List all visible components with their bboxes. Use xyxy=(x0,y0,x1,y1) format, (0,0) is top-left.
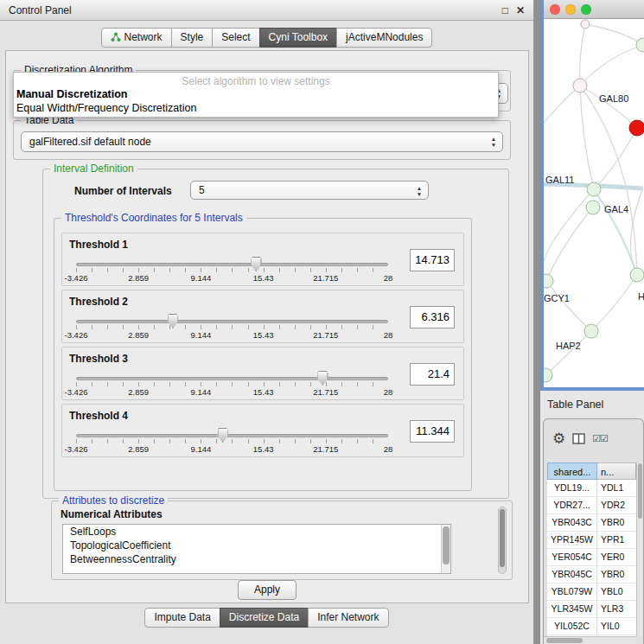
threshold-slider[interactable]: -3.426 2.859 9.144 15.43 21.715 28 xyxy=(76,377,388,397)
table-row[interactable]: YBL079WYBL0 xyxy=(547,583,636,601)
group-title: Attributes to discretize xyxy=(59,494,168,507)
network-node[interactable] xyxy=(581,20,590,29)
tab-select[interactable]: Select xyxy=(212,28,259,48)
cyni-bottom-tabbar: Impute Data Discretize Data Infer Networ… xyxy=(0,608,533,628)
minimize-traffic-light-icon[interactable] xyxy=(565,4,576,15)
node-label: GAL4 xyxy=(604,204,628,214)
slider-track[interactable] xyxy=(76,263,388,266)
slider-track[interactable] xyxy=(76,377,388,380)
column-header-shared-name[interactable]: shared... xyxy=(547,462,597,480)
list-item[interactable]: SelfLoops xyxy=(63,525,450,539)
spinner-down-icon[interactable]: ▼ xyxy=(415,191,424,197)
number-of-intervals-label: Number of Intervals xyxy=(74,185,172,197)
table-horizontal-scrollbar[interactable] xyxy=(544,636,636,644)
network-canvas[interactable]: GAL80GAL11GAL4GCY1HAP2H xyxy=(544,19,644,387)
table-columns-icon[interactable] xyxy=(572,433,585,444)
apply-button[interactable]: Apply xyxy=(238,580,296,600)
network-edge xyxy=(580,24,585,86)
cell[interactable]: YBR043C xyxy=(547,514,597,531)
table-row[interactable]: YER054CYER0 xyxy=(547,549,636,566)
cell[interactable]: YER054C xyxy=(547,549,597,565)
gear-icon[interactable]: ⚙ xyxy=(552,431,565,446)
tab-impute-data[interactable]: Impute Data xyxy=(144,608,220,628)
network-node[interactable] xyxy=(630,268,644,282)
scrollbar-thumb[interactable] xyxy=(443,526,450,564)
network-node[interactable] xyxy=(584,324,598,338)
tab-style[interactable]: Style xyxy=(171,28,214,48)
spinner-up-icon[interactable]: ▲ xyxy=(415,185,424,191)
zoom-traffic-light-icon[interactable] xyxy=(581,4,591,15)
cell[interactable]: YBR045C xyxy=(547,566,597,583)
float-window-icon[interactable]: □ xyxy=(502,4,508,16)
threshold-slider[interactable]: -3.426 2.859 9.144 15.43 21.715 28 xyxy=(76,263,388,283)
network-node[interactable] xyxy=(636,38,644,52)
network-node[interactable] xyxy=(573,79,587,92)
threshold-slider[interactable]: -3.426 2.859 9.144 15.43 21.715 28 xyxy=(76,434,388,454)
table-row[interactable]: YIL052CYIL0 xyxy=(547,618,636,635)
slider-track[interactable] xyxy=(76,434,388,437)
spinner-down-icon[interactable]: ▼ xyxy=(489,142,498,148)
threshold-value-field[interactable]: 14.713 xyxy=(410,249,455,271)
attributes-group-scrollbar[interactable] xyxy=(498,507,507,574)
network-node[interactable] xyxy=(587,182,601,196)
table-vertical-scrollbar[interactable] xyxy=(636,462,643,636)
table-row[interactable]: YLR345WYLR3 xyxy=(547,601,636,618)
cell[interactable]: YER0 xyxy=(597,549,636,565)
attributes-list-scrollbar[interactable] xyxy=(441,525,450,573)
cell[interactable]: YPR1 xyxy=(597,532,636,548)
threshold-row: Threshold 3 -3.426 2.859 9.144 15.43 21.… xyxy=(61,347,464,400)
table-row[interactable]: YPR145WYPR1 xyxy=(547,532,636,549)
table-row[interactable]: YBR043CYBR0 xyxy=(547,514,636,532)
threshold-slider[interactable]: -3.426 2.859 9.144 15.43 21.715 28 xyxy=(76,320,388,340)
scrollbar-thumb[interactable] xyxy=(546,638,583,643)
slider-track[interactable] xyxy=(76,320,388,323)
scrollbar-thumb[interactable] xyxy=(500,509,505,567)
tab-discretize-data[interactable]: Discretize Data xyxy=(220,608,309,628)
network-node[interactable] xyxy=(544,274,553,288)
tab-jactivemnodules[interactable]: jActiveMNodules xyxy=(336,28,432,48)
cell[interactable]: YBL0 xyxy=(597,583,636,600)
cell[interactable]: YDR2 xyxy=(597,497,636,513)
cell[interactable]: YLR3 xyxy=(597,601,636,617)
scrollbar-thumb[interactable] xyxy=(638,463,642,519)
cell[interactable]: YBR0 xyxy=(597,566,636,583)
cell[interactable]: YPR145W xyxy=(547,532,597,548)
cell[interactable]: YBR0 xyxy=(597,514,636,531)
close-traffic-light-icon[interactable] xyxy=(550,4,560,15)
numerical-attributes-list[interactable]: SelfLoops TopologicalCoefficient Between… xyxy=(62,524,451,574)
tab-infer-network[interactable]: Infer Network xyxy=(308,608,388,628)
threshold-value-field[interactable]: 11.344 xyxy=(410,420,455,443)
node-label: HAP2 xyxy=(556,341,581,351)
dropdown-item-equal-width-frequency[interactable]: Equal Width/Frequency Discretization xyxy=(14,101,498,115)
column-header-name[interactable]: n... xyxy=(597,462,636,480)
cell[interactable]: YLR345W xyxy=(547,601,597,617)
cell[interactable]: YDL19... xyxy=(547,480,597,496)
cell[interactable]: YIL0 xyxy=(597,618,636,634)
spinner-up-icon[interactable]: ▲ xyxy=(489,136,498,142)
select-all-checkboxes-icon[interactable]: ☑☑ xyxy=(592,433,608,444)
algorithm-dropdown-popup: Select algorithm to view settings Manual… xyxy=(13,72,499,118)
table-row[interactable]: YDR27...YDR2 xyxy=(547,497,636,514)
cell[interactable]: YDR27... xyxy=(547,497,597,513)
cell[interactable]: YBL079W xyxy=(547,583,597,600)
scale-label: -3.426 xyxy=(65,330,88,340)
node-table: shared... n... YDL19...YDL1 YDR27...YDR2… xyxy=(547,462,636,636)
cell[interactable]: YDL1 xyxy=(597,480,636,496)
tab-cyni-toolbox[interactable]: Cyni Toolbox xyxy=(259,28,337,48)
cell[interactable]: YIL052C xyxy=(547,618,597,634)
network-node[interactable] xyxy=(586,201,600,214)
table-row[interactable]: YBR045CYBR0 xyxy=(547,566,636,583)
threshold-value-field[interactable]: 6.316 xyxy=(410,306,455,328)
table-data-select[interactable]: galFiltered.sif default node ▲ ▼ xyxy=(21,131,503,152)
threshold-value-field[interactable]: 21.4 xyxy=(410,363,455,386)
number-of-intervals-select[interactable]: 5 ▲ ▼ xyxy=(190,181,429,200)
dropdown-item-manual-discretization[interactable]: Manual Discretization xyxy=(14,87,498,101)
close-window-icon[interactable]: ✕ xyxy=(516,4,525,16)
threshold-label: Threshold 2 xyxy=(69,296,128,308)
network-window-titlebar[interactable] xyxy=(544,0,644,19)
list-item[interactable]: TopologicalCoefficient xyxy=(63,539,450,552)
network-node[interactable] xyxy=(629,120,644,136)
table-row[interactable]: YDL19...YDL1 xyxy=(547,480,636,497)
list-item[interactable]: BetweennessCentrality xyxy=(63,552,450,566)
tab-network[interactable]: Network xyxy=(101,28,172,48)
